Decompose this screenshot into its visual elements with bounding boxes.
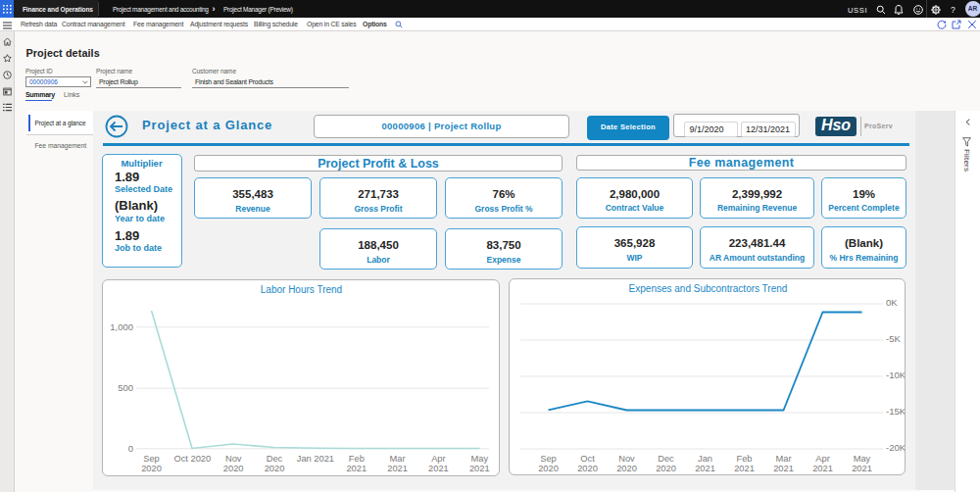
svg-text:2020: 2020 — [538, 464, 559, 473]
svg-text:2021: 2021 — [852, 464, 872, 473]
svg-text:2021: 2021 — [812, 464, 833, 473]
svg-text:2021: 2021 — [695, 464, 715, 473]
svg-text:0K: 0K — [886, 297, 898, 308]
svg-text:500: 500 — [118, 382, 133, 393]
svg-text:-5K: -5K — [886, 333, 901, 344]
svg-text:May: May — [471, 454, 489, 464]
svg-text:2021: 2021 — [346, 464, 367, 473]
svg-text:Apr: Apr — [815, 454, 829, 464]
svg-text:2021: 2021 — [428, 464, 449, 473]
svg-text:Feb: Feb — [349, 454, 365, 464]
svg-text:2020: 2020 — [223, 464, 244, 473]
svg-text:Oct 2020: Oct 2020 — [173, 454, 211, 464]
svg-text:Mar: Mar — [775, 454, 791, 464]
svg-text:2021: 2021 — [734, 464, 755, 473]
svg-text:2020: 2020 — [577, 464, 598, 473]
svg-text:Jan 2021: Jan 2021 — [297, 454, 334, 464]
svg-text:Expenses and Subcontractors Tr: Expenses and Subcontractors Trend — [629, 283, 788, 294]
svg-text:Dec: Dec — [267, 454, 283, 464]
svg-text:2021: 2021 — [469, 464, 490, 473]
svg-text:Feb: Feb — [736, 454, 752, 464]
svg-text:Sep: Sep — [143, 454, 160, 464]
svg-text:2020: 2020 — [656, 464, 676, 473]
svg-text:Nov: Nov — [225, 454, 242, 464]
svg-text:2021: 2021 — [387, 464, 408, 473]
svg-text:1,000: 1,000 — [110, 321, 133, 332]
svg-text:May: May — [854, 454, 871, 464]
svg-text:Oct: Oct — [580, 454, 595, 464]
svg-text:0: 0 — [128, 443, 133, 454]
svg-text:2020: 2020 — [141, 464, 162, 473]
svg-text:-15K: -15K — [886, 406, 905, 417]
svg-text:Jan: Jan — [698, 454, 712, 464]
svg-text:-10K: -10K — [886, 369, 905, 380]
svg-text:Apr: Apr — [431, 454, 445, 464]
svg-text:2021: 2021 — [773, 464, 794, 473]
svg-text:Labor Hours Trend: Labor Hours Trend — [261, 284, 342, 295]
svg-text:2020: 2020 — [616, 464, 637, 473]
svg-text:-20K: -20K — [886, 442, 905, 453]
svg-text:Sep: Sep — [540, 454, 557, 464]
svg-text:Dec: Dec — [658, 454, 674, 464]
svg-text:2020: 2020 — [265, 464, 285, 473]
svg-text:Mar: Mar — [390, 454, 406, 464]
svg-text:Nov: Nov — [618, 454, 635, 464]
